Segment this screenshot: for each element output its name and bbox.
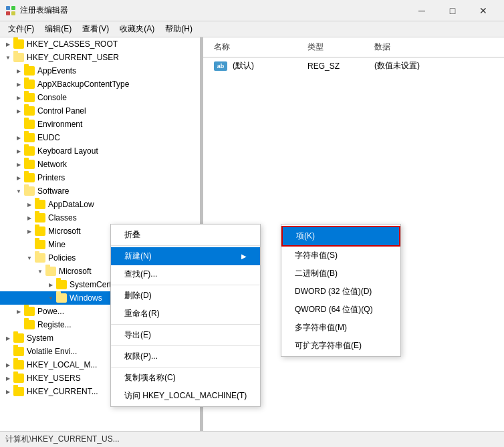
tree-expander-eudc[interactable]: ▶	[13, 132, 24, 143]
tree-item-eudc[interactable]: ▶EUDC	[0, 131, 200, 144]
folder-icon-powershell	[24, 307, 35, 316]
tree-expander-system[interactable]: ▶	[3, 333, 13, 343]
folder-icon-systemcerts	[56, 280, 67, 289]
menu-item-v[interactable]: 查看(V)	[77, 22, 114, 36]
tree-expander-controlpanel[interactable]: ▶	[13, 106, 24, 116]
folder-icon-hkcu	[13, 53, 24, 62]
tree-label-policies_microsoft: Microsoft	[59, 267, 92, 276]
submenu-item-s[interactable]: 字符串值(S)	[281, 247, 400, 265]
tree-expander-policies_microsoft[interactable]: ▼	[35, 266, 45, 277]
tree-expander-network[interactable]: ▶	[13, 159, 24, 170]
app-icon	[5, 5, 16, 16]
tree-label-hkcu: HKEY_CURRENT_USER	[27, 53, 119, 62]
submenu[interactable]: 项(K)字符串值(S)二进制值(B)DWORD (32 位值)(D)QWORD …	[281, 224, 401, 357]
menu-item-h[interactable]: 帮助(H)	[160, 22, 198, 36]
tree-item-network[interactable]: ▶Network	[0, 158, 200, 171]
tree-label-hklm: HKEY_LOCAL_M...	[27, 360, 97, 369]
col-type: 类型	[302, 40, 369, 54]
context-menu-divider	[111, 345, 260, 346]
submenu-item-m[interactable]: 多字符串值(M)	[281, 319, 400, 337]
tree-item-keyboardlayout[interactable]: ▶Keyboard Layout	[0, 144, 200, 158]
tree-expander-windows[interactable]: ▼	[45, 293, 56, 303]
tree-expander-microsoft[interactable]: ▶	[24, 226, 35, 237]
submenu-item-e[interactable]: 可扩充字符串值(E)	[281, 337, 400, 355]
table-row[interactable]: ab(默认)REG_SZ(数值未设置)	[203, 57, 504, 74]
tree-expander-software[interactable]: ▼	[13, 186, 24, 196]
tree-item-printers[interactable]: ▶Printers	[0, 171, 200, 184]
context-menu-label-copy: 复制项名称(C)	[124, 372, 176, 384]
tree-expander-systemcerts[interactable]: ▶	[45, 279, 56, 290]
tree-item-classes[interactable]: ▶Classes	[0, 211, 200, 225]
tree-label-registeredapps: Registe...	[37, 320, 72, 329]
submenu-item-b[interactable]: 二进制值(B)	[281, 265, 400, 283]
submenu-item-qwordq[interactable]: QWORD (64 位值)(Q)	[281, 301, 400, 319]
tree-label-volatileenv: Volatile Envi...	[27, 347, 77, 356]
folder-icon-hkusers	[13, 374, 24, 383]
folder-icon-hkcr	[13, 39, 24, 49]
context-menu-item-access[interactable]: 访问 HKEY_LOCAL_MACHINE(T)	[111, 387, 260, 405]
minimize-button[interactable]: ─	[406, 0, 437, 21]
tree-item-hkcu[interactable]: ▼HKEY_CURRENT_USER	[0, 51, 200, 64]
tree-item-hkcr[interactable]: ▶HKEY_CLASSES_ROOT	[0, 37, 200, 51]
tree-item-software[interactable]: ▼Software	[0, 184, 200, 198]
folder-icon-mine	[35, 240, 45, 249]
tree-expander-appevents[interactable]: ▶	[13, 65, 24, 76]
tree-item-appxbackup[interactable]: ▶AppXBackupContentType	[0, 78, 200, 91]
tree-label-appxbackup: AppXBackupContentType	[37, 80, 129, 89]
folder-icon-console	[24, 93, 35, 102]
maximize-button[interactable]: □	[437, 0, 468, 21]
tree-expander-console[interactable]: ▶	[13, 92, 24, 103]
menu-item-f[interactable]: 文件(F)	[3, 22, 39, 36]
tree-item-appevents[interactable]: ▶AppEvents	[0, 64, 200, 78]
svg-rect-0	[6, 6, 10, 10]
context-menu-label-delete: 删除(D)	[124, 290, 152, 301]
tree-label-network: Network	[37, 160, 67, 169]
tree-item-console[interactable]: ▶Console	[0, 91, 200, 104]
tree-expander-keyboardlayout[interactable]: ▶	[13, 146, 24, 156]
tree-expander-hkcr[interactable]: ▶	[3, 39, 13, 49]
ab-icon: ab	[214, 61, 227, 71]
tree-item-environment[interactable]: Environment	[0, 118, 200, 131]
tree-label-classes: Classes	[48, 213, 77, 222]
tree-expander-appdatalow[interactable]: ▶	[24, 199, 35, 210]
tree-label-keyboardlayout: Keyboard Layout	[37, 146, 98, 156]
tree-expander-policies[interactable]: ▼	[24, 253, 35, 263]
status-bar: 计算机\HKEY_CURRENT_US...	[0, 431, 504, 447]
tree-expander-hkcu[interactable]: ▼	[3, 52, 13, 63]
tree-expander-hkusers[interactable]: ▶	[3, 373, 13, 384]
value-name: ab(默认)	[209, 59, 302, 73]
tree-expander-classes[interactable]: ▶	[24, 212, 35, 223]
folder-icon-appdatalow	[35, 200, 45, 209]
tree-expander-hklm[interactable]: ▶	[3, 359, 13, 370]
context-menu-item-new[interactable]: 新建(N)▶	[111, 247, 260, 265]
context-menu-item-copy[interactable]: 复制项名称(C)	[111, 369, 260, 387]
close-button[interactable]: ✕	[468, 0, 499, 21]
tree-item-appdatalow[interactable]: ▶AppDataLow	[0, 198, 200, 211]
folder-icon-volatileenv	[13, 347, 24, 356]
context-menu-item-delete[interactable]: 删除(D)	[111, 287, 260, 305]
menu-item-e[interactable]: 编辑(E)	[39, 22, 77, 36]
context-menu-label-export: 导出(E)	[124, 329, 151, 341]
context-menu-item-find[interactable]: 查找(F)...	[111, 265, 260, 283]
tree-expander-hkcurrent[interactable]: ▶	[3, 386, 13, 397]
menu-item-a[interactable]: 收藏夹(A)	[114, 22, 160, 36]
context-menu-item-export[interactable]: 导出(E)	[111, 326, 260, 344]
tree-expander-powershell[interactable]: ▶	[13, 306, 24, 317]
svg-rect-2	[6, 11, 10, 15]
tree-expander-printers[interactable]: ▶	[13, 172, 24, 183]
submenu-item-dwordd[interactable]: DWORD (32 位值)(D)	[281, 283, 400, 301]
value-data: (数值未设置)	[369, 59, 499, 73]
context-menu-item-rename[interactable]: 重命名(R)	[111, 305, 260, 323]
tree-item-controlpanel[interactable]: ▶Control Panel	[0, 104, 200, 118]
tree-expander-appxbackup[interactable]: ▶	[13, 79, 24, 90]
tree-label-system: System	[27, 333, 53, 343]
tree-label-printers: Printers	[37, 173, 65, 182]
context-menu-item-collapse[interactable]: 折叠	[111, 226, 260, 244]
context-menu-item-permissions[interactable]: 权限(P)...	[111, 347, 260, 365]
submenu-item-k[interactable]: 项(K)	[281, 226, 400, 247]
tree-label-hkcr: HKEY_CLASSES_ROOT	[27, 39, 118, 49]
context-menu-label-rename: 重命名(R)	[124, 308, 160, 319]
folder-icon-classes	[35, 213, 45, 222]
context-menu[interactable]: 折叠新建(N)▶查找(F)...删除(D)重命名(R)导出(E)权限(P)...…	[110, 224, 261, 407]
tree-label-environment: Environment	[37, 120, 82, 129]
